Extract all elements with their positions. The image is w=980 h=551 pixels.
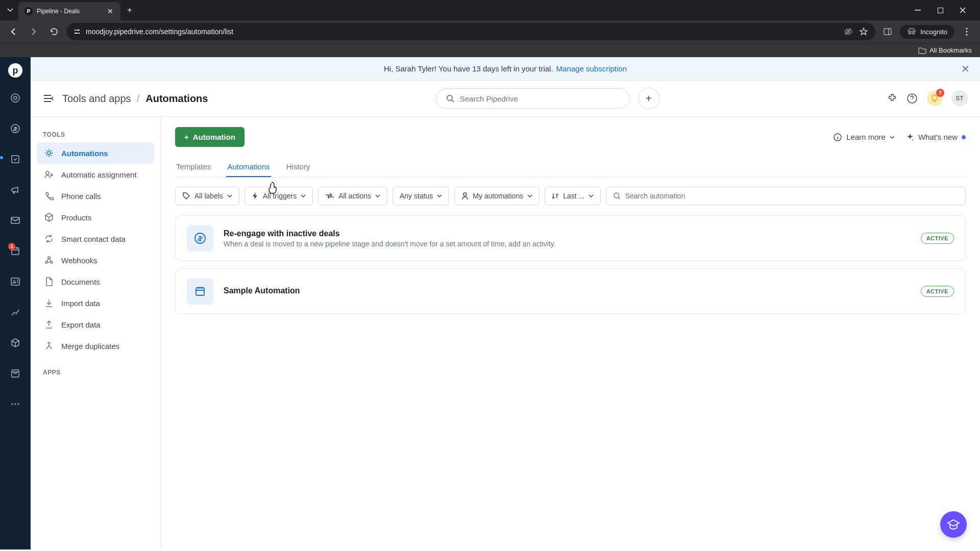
close-window-button[interactable] bbox=[955, 3, 970, 17]
whats-new-button[interactable]: What's new bbox=[906, 133, 966, 141]
close-tab-button[interactable]: ✕ bbox=[106, 7, 114, 15]
filter-labels[interactable]: All labels bbox=[175, 187, 239, 205]
automation-card[interactable]: Sample Automation ACTIVE bbox=[175, 268, 966, 314]
breadcrumb-parent[interactable]: Tools and apps bbox=[62, 93, 131, 104]
tab-title: Pipeline - Deals bbox=[37, 8, 102, 15]
sidebar-item-phone-calls[interactable]: Phone calls bbox=[37, 185, 154, 207]
search-input[interactable] bbox=[460, 94, 620, 103]
rail-insights-icon[interactable] bbox=[5, 302, 26, 322]
svg-rect-4 bbox=[75, 33, 78, 34]
side-panel-button[interactable] bbox=[879, 23, 896, 40]
merge-icon bbox=[44, 341, 54, 351]
sidebar-item-smart-contact[interactable]: Smart contact data bbox=[37, 228, 154, 249]
incognito-chip[interactable]: Incognito bbox=[900, 25, 954, 39]
rail-deals-icon[interactable] bbox=[5, 118, 26, 139]
breadcrumb-separator: / bbox=[137, 93, 140, 104]
maximize-window-button[interactable] bbox=[933, 3, 947, 17]
rail-leads-icon[interactable] bbox=[5, 88, 26, 108]
bookmark-star-icon[interactable] bbox=[859, 27, 868, 36]
rail-mail-icon[interactable] bbox=[5, 210, 26, 231]
filter-search[interactable] bbox=[606, 187, 966, 205]
banner-close-button[interactable]: ✕ bbox=[961, 63, 970, 75]
new-tab-button[interactable]: + bbox=[122, 3, 137, 17]
sidebar-collapse-button[interactable] bbox=[43, 94, 54, 103]
browser-menu-button[interactable] bbox=[959, 23, 975, 40]
upload-icon bbox=[44, 319, 54, 330]
automation-search-input[interactable] bbox=[625, 192, 959, 200]
sidebar-item-automations[interactable]: Automations bbox=[37, 142, 154, 164]
bookmarks-bar: All Bookmarks bbox=[0, 43, 980, 57]
reload-button[interactable] bbox=[46, 23, 62, 40]
sparkle-icon bbox=[906, 133, 914, 141]
filter-triggers[interactable]: All triggers bbox=[244, 187, 313, 205]
rail-projects-icon[interactable] bbox=[5, 149, 26, 169]
rail-marketplace-icon[interactable] bbox=[5, 363, 26, 384]
learn-more-label: Learn more bbox=[846, 133, 886, 141]
sidebar-label: Products bbox=[61, 213, 91, 222]
rail-products-icon[interactable] bbox=[5, 333, 26, 353]
svg-point-24 bbox=[47, 152, 51, 155]
sidebar-item-products[interactable]: Products bbox=[37, 207, 154, 228]
quick-add-button[interactable]: + bbox=[638, 88, 659, 109]
minimize-window-button[interactable] bbox=[911, 3, 925, 17]
address-bar: moodjoy.pipedrive.com/settings/automatio… bbox=[0, 20, 980, 43]
filter-sort[interactable]: Last ... bbox=[545, 187, 601, 205]
sidebar-item-export[interactable]: Export data bbox=[37, 314, 154, 335]
search-icon bbox=[446, 94, 455, 103]
svg-point-25 bbox=[46, 171, 49, 174]
tab-automations[interactable]: Automations bbox=[226, 157, 271, 177]
sidebar-item-import[interactable]: Import data bbox=[37, 292, 154, 314]
svg-point-11 bbox=[11, 94, 19, 102]
chevron-down-icon bbox=[890, 136, 895, 139]
tab-search-dropdown[interactable] bbox=[4, 4, 16, 16]
sidebar-item-webhooks[interactable]: Webhooks bbox=[37, 249, 154, 271]
content-area: Hi, Sarah Tyler! You have 13 days left i… bbox=[31, 57, 980, 549]
svg-rect-3 bbox=[77, 30, 80, 31]
svg-point-31 bbox=[614, 193, 619, 198]
manage-subscription-link[interactable]: Manage subscription bbox=[556, 64, 627, 73]
calendar-icon bbox=[187, 278, 213, 305]
filter-status[interactable]: Any status bbox=[393, 187, 449, 205]
app-root: p 1 Hi, Sarah Tyler! You have 13 days le… bbox=[0, 57, 980, 549]
tab-history[interactable]: History bbox=[285, 157, 311, 177]
browser-tab[interactable]: P Pipeline - Deals ✕ bbox=[18, 2, 120, 20]
user-avatar[interactable]: ST bbox=[951, 90, 968, 107]
automation-icon bbox=[44, 148, 54, 158]
svg-point-10 bbox=[966, 34, 968, 36]
rail-more-icon[interactable] bbox=[5, 394, 26, 414]
sidebar-item-merge[interactable]: Merge duplicates bbox=[37, 335, 154, 357]
sidebar-item-documents[interactable]: Documents bbox=[37, 271, 154, 292]
topbar: Tools and apps / Automations + ? ST bbox=[31, 81, 980, 117]
whats-new-label: What's new bbox=[918, 133, 958, 141]
academy-fab[interactable] bbox=[940, 511, 967, 538]
svg-point-27 bbox=[45, 261, 47, 263]
help-icon[interactable] bbox=[906, 93, 918, 104]
extensions-icon[interactable] bbox=[887, 93, 897, 104]
nav-rail: p 1 bbox=[0, 57, 31, 549]
rail-activities-icon[interactable]: 1 bbox=[5, 241, 26, 261]
eye-off-icon[interactable] bbox=[844, 27, 853, 36]
sidebar-label: Export data bbox=[61, 320, 101, 329]
all-bookmarks-button[interactable]: All Bookmarks bbox=[918, 46, 972, 54]
app-logo[interactable]: p bbox=[8, 63, 22, 78]
forward-button[interactable] bbox=[26, 23, 42, 40]
svg-point-26 bbox=[48, 257, 50, 259]
filter-bar: All labels All triggers All actions bbox=[175, 187, 966, 205]
rail-campaigns-icon[interactable] bbox=[5, 180, 26, 200]
sidebar-item-automatic-assignment[interactable]: Automatic assignment bbox=[37, 164, 154, 185]
automation-card[interactable]: Re-engage with inactive deals When a dea… bbox=[175, 215, 966, 261]
new-automation-button[interactable]: + Automation bbox=[175, 127, 244, 147]
tips-icon[interactable]: ? bbox=[927, 91, 942, 106]
chevron-down-icon bbox=[227, 194, 232, 197]
learn-more-button[interactable]: Learn more bbox=[833, 133, 895, 142]
svg-point-8 bbox=[966, 28, 968, 30]
rail-contacts-icon[interactable] bbox=[5, 271, 26, 292]
arrows-icon bbox=[325, 193, 334, 199]
url-input[interactable]: moodjoy.pipedrive.com/settings/automatio… bbox=[66, 23, 875, 40]
tab-templates[interactable]: Templates bbox=[175, 157, 212, 177]
back-button[interactable] bbox=[5, 23, 21, 40]
global-search[interactable] bbox=[436, 88, 630, 109]
svg-point-30 bbox=[463, 193, 467, 196]
filter-actions[interactable]: All actions bbox=[318, 187, 387, 205]
filter-owner[interactable]: My automations bbox=[454, 187, 540, 205]
